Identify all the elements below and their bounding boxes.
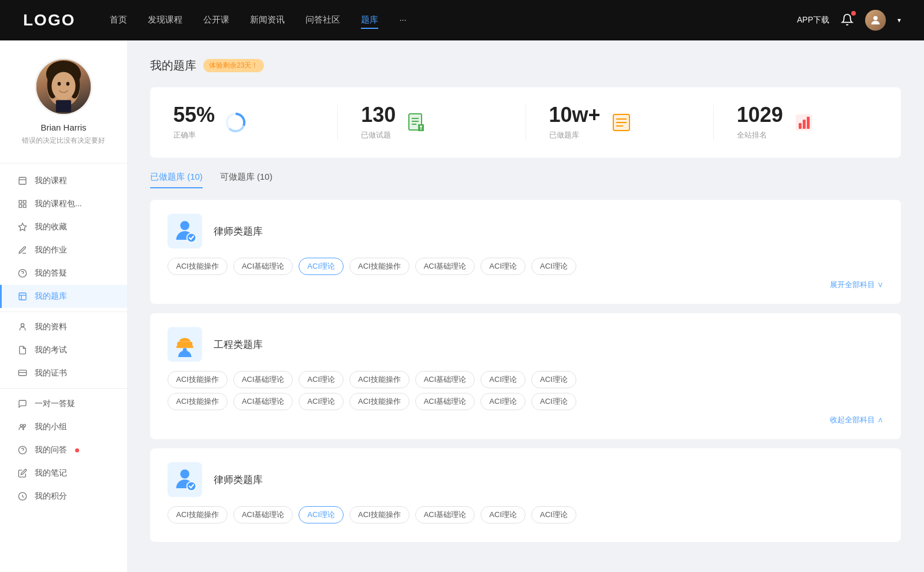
questions-label: 已做试题 — [361, 130, 396, 140]
svg-rect-8 — [56, 100, 71, 112]
svg-point-6 — [58, 82, 61, 86]
tag-2-5[interactable]: ACI理论 — [480, 371, 526, 388]
points-icon — [17, 491, 28, 502]
tag-1-3[interactable]: ACI技能操作 — [349, 258, 409, 275]
app-download-button[interactable]: APP下载 — [797, 15, 829, 25]
expand-link-2[interactable]: 收起全部科目 ∧ — [167, 415, 884, 425]
bank-section-lawyer-1: 律师类题库 ACI技能操作 ACI基础理论 ACI理论 ACI技能操作 ACI基… — [150, 200, 901, 304]
expand-link-1[interactable]: 展开全部科目 ∨ — [167, 280, 884, 290]
sidebar-profile: Brian Harris 错误的决定比没有决定要好 — [0, 58, 127, 164]
sidebar-item-tutoring[interactable]: 一对一答疑 — [0, 392, 127, 415]
tutoring-icon — [17, 399, 28, 409]
nav-questionbank[interactable]: 题库 — [361, 12, 378, 29]
tags-row-2a: ACI技能操作 ACI基础理论 ACI理论 ACI技能操作 ACI基础理论 AC… — [167, 371, 884, 388]
tag-2b-6[interactable]: ACI理论 — [531, 393, 576, 410]
user-avatar[interactable] — [865, 10, 886, 31]
logo: LOGO — [23, 11, 75, 29]
tag-2-2[interactable]: ACI理论 — [299, 371, 344, 388]
tag-2-6[interactable]: ACI理论 — [531, 371, 576, 388]
tag-2b-5[interactable]: ACI理论 — [480, 393, 526, 410]
profile-icon — [17, 322, 28, 332]
lawyer-svg-2 — [172, 467, 198, 492]
sidebar-item-notes[interactable]: 我的笔记 — [0, 462, 127, 485]
tag-2b-4[interactable]: ACI基础理论 — [415, 393, 475, 410]
tag-2-4[interactable]: ACI基础理论 — [415, 371, 475, 388]
main-content: 我的题库 体验剩余23天！ 55% 正确率 — [127, 40, 924, 572]
coursepackage-label: 我的课程包... — [35, 199, 82, 209]
notification-bell[interactable] — [841, 13, 854, 28]
tag-2-1[interactable]: ACI基础理论 — [233, 371, 293, 388]
tag-3-5[interactable]: ACI理论 — [480, 506, 526, 523]
questions-value: 130 — [361, 105, 396, 125]
sidebar-item-points[interactable]: 我的积分 — [0, 485, 127, 508]
engineer-svg — [172, 332, 198, 357]
tag-2-0[interactable]: ACI技能操作 — [167, 371, 228, 388]
svg-rect-9 — [19, 177, 26, 184]
group-icon — [17, 422, 28, 432]
nav-more[interactable]: ··· — [399, 12, 407, 29]
avatar-svg — [36, 58, 91, 114]
svg-point-54 — [180, 469, 189, 478]
tag-1-2[interactable]: ACI理论 — [299, 258, 344, 275]
user-dropdown-arrow[interactable]: ▾ — [897, 16, 901, 24]
nav-discover[interactable]: 发现课程 — [148, 12, 182, 29]
tag-1-1[interactable]: ACI基础理论 — [233, 258, 293, 275]
nav-qa[interactable]: 问答社区 — [305, 12, 340, 29]
myqa-icon — [17, 445, 28, 455]
sidebar-item-mycourse[interactable]: 我的课程 — [0, 169, 127, 192]
tag-3-1[interactable]: ACI基础理论 — [233, 506, 293, 523]
stats-bar: 55% 正确率 130 已做试题 — [150, 87, 901, 158]
svg-rect-52 — [176, 346, 193, 348]
banks-value: 10w+ — [549, 105, 601, 125]
nav-opencourse[interactable]: 公开课 — [203, 12, 229, 29]
sidebar-item-certificate[interactable]: 我的证书 — [0, 362, 127, 385]
nav-news[interactable]: 新闻资讯 — [250, 12, 285, 29]
answer-label: 我的答疑 — [35, 268, 67, 278]
bank-title-2: 工程类题库 — [214, 338, 263, 351]
sidebar-item-profile[interactable]: 我的资料 — [0, 315, 127, 339]
sidebar-item-exam[interactable]: 我的考试 — [0, 339, 127, 362]
svg-rect-47 — [803, 120, 806, 129]
rank-text: 1029 全站排名 — [737, 105, 783, 140]
tab-done[interactable]: 已做题库 (10) — [150, 172, 203, 188]
bank-icon-engineer — [167, 327, 202, 362]
tag-2b-3[interactable]: ACI技能操作 — [349, 393, 409, 410]
page-header: 我的题库 体验剩余23天！ — [150, 58, 901, 73]
tag-1-6[interactable]: ACI理论 — [531, 258, 576, 275]
questions-text: 130 已做试题 — [361, 105, 396, 140]
tutoring-label: 一对一答疑 — [35, 399, 75, 409]
sidebar-item-coursepackage[interactable]: 我的课程包... — [0, 192, 127, 216]
tag-2b-0[interactable]: ACI技能操作 — [167, 393, 228, 410]
sidebar-item-homework[interactable]: 我的作业 — [0, 239, 127, 262]
nav-home[interactable]: 首页 — [110, 12, 127, 29]
sidebar-item-group[interactable]: 我的小组 — [0, 415, 127, 439]
homework-icon — [17, 245, 28, 255]
svg-point-0 — [873, 16, 877, 20]
tag-2-3[interactable]: ACI技能操作 — [349, 371, 409, 388]
tag-1-5[interactable]: ACI理论 — [480, 258, 526, 275]
sidebar-item-questionbank[interactable]: 我的题库 — [0, 285, 127, 308]
sidebar: Brian Harris 错误的决定比没有决定要好 我的课程 我的课程包... — [0, 40, 127, 572]
tag-1-4[interactable]: ACI基础理论 — [415, 258, 475, 275]
tag-2b-1[interactable]: ACI基础理论 — [233, 393, 293, 410]
tab-todo[interactable]: 可做题库 (10) — [220, 172, 273, 188]
questionbank-icon — [17, 291, 28, 302]
bank-title-1: 律师类题库 — [214, 225, 263, 238]
points-label: 我的积分 — [35, 491, 67, 502]
tag-3-6[interactable]: ACI理论 — [531, 506, 576, 523]
tag-3-4[interactable]: ACI基础理论 — [415, 506, 475, 523]
sidebar-item-collection[interactable]: 我的收藏 — [0, 216, 127, 239]
tag-3-3[interactable]: ACI技能操作 — [349, 506, 409, 523]
stat-banks: 10w+ 已做题库 — [549, 105, 714, 140]
svg-point-7 — [66, 82, 70, 86]
sidebar-item-answer[interactable]: 我的答疑 — [0, 262, 127, 285]
tag-3-0[interactable]: ACI技能操作 — [167, 506, 228, 523]
tag-1-0[interactable]: ACI技能操作 — [167, 258, 228, 275]
bank-icon-lawyer-1 — [167, 214, 202, 248]
sidebar-menu: 我的课程 我的课程包... 我的收藏 我的作业 — [0, 164, 127, 514]
sidebar-item-myqa[interactable]: 我的问答 — [0, 439, 127, 462]
svg-point-49 — [180, 221, 189, 230]
notes-icon — [17, 468, 28, 478]
tag-3-2[interactable]: ACI理论 — [299, 506, 344, 523]
tag-2b-2[interactable]: ACI理论 — [299, 393, 344, 410]
